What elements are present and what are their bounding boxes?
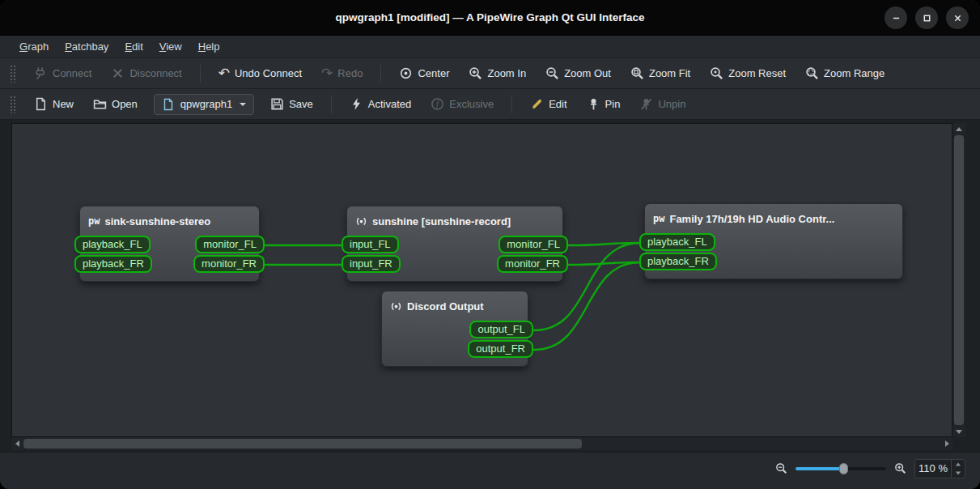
- edit-toggle[interactable]: Edit: [522, 93, 575, 115]
- redo-button[interactable]: ↷ Redo: [313, 63, 371, 84]
- title-bar[interactable]: qpwgraph1 [modified] — A PipeWire Graph …: [0, 0, 980, 36]
- scroll-right-arrow[interactable]: [941, 437, 952, 450]
- toolbar-grip[interactable]: [10, 65, 16, 83]
- toolbar-separator: [511, 96, 512, 113]
- port-output[interactable]: monitor_FR: [497, 255, 568, 273]
- zoom-slider-handle[interactable]: [839, 463, 848, 474]
- scroll-up-arrow[interactable]: [952, 123, 965, 134]
- patch-cable: [569, 262, 640, 265]
- node-title: Family 17h/19h HD Audio Contr...: [669, 213, 834, 225]
- toolbar-grip[interactable]: [10, 96, 16, 113]
- disconnect-icon: [111, 66, 125, 80]
- app-window: qpwgraph1 [modified] — A PipeWire Graph …: [0, 0, 980, 489]
- patchbay-file-icon: [162, 98, 175, 111]
- node-family-hd-audio[interactable]: pw Family 17h/19h HD Audio Contr... play…: [644, 203, 903, 279]
- menu-view[interactable]: View: [151, 37, 190, 56]
- scroll-left-arrow[interactable]: [11, 437, 23, 450]
- menu-edit[interactable]: Edit: [117, 37, 151, 56]
- record-icon: [390, 300, 402, 313]
- pin-button[interactable]: Pin: [579, 93, 629, 115]
- zoom-reset-icon: [710, 66, 723, 80]
- zoom-in-icon: [469, 66, 482, 80]
- maximize-button[interactable]: [915, 6, 938, 29]
- minimize-icon: [892, 14, 901, 23]
- port-input[interactable]: playback_FR: [639, 253, 717, 270]
- close-icon: [953, 14, 962, 23]
- horizontal-scrollbar-handle[interactable]: [23, 439, 582, 449]
- zoom-spin-down-button[interactable]: [952, 469, 965, 478]
- zoom-reset-button[interactable]: Zoom Reset: [702, 62, 794, 84]
- exclusive-toggle[interactable]: Exclusive: [422, 93, 502, 115]
- pin-icon: [587, 97, 600, 111]
- zoom-fit-icon: [630, 66, 644, 80]
- vertical-scrollbar[interactable]: [952, 123, 965, 437]
- scroll-down-arrow[interactable]: [952, 426, 965, 437]
- zoom-spinbox[interactable]: 110 %: [914, 459, 965, 478]
- port-input[interactable]: playback_FR: [74, 255, 152, 273]
- toolbar-separator: [380, 65, 381, 83]
- window-title: qpwgraph1 [modified] — A PipeWire Graph …: [0, 0, 980, 36]
- port-input[interactable]: playback_FL: [74, 236, 151, 253]
- minimize-button[interactable]: [885, 6, 907, 29]
- port-output[interactable]: monitor_FL: [195, 236, 265, 253]
- port-output[interactable]: output_FL: [469, 321, 533, 338]
- menu-help[interactable]: Help: [190, 37, 228, 56]
- close-button[interactable]: [946, 6, 969, 29]
- center-icon: [399, 66, 413, 80]
- zoom-out-icon: [545, 66, 559, 80]
- menu-graph[interactable]: Graph: [11, 37, 57, 56]
- horizontal-scrollbar[interactable]: [11, 437, 952, 450]
- port-output[interactable]: monitor_FR: [193, 255, 265, 273]
- redo-icon: ↷: [321, 67, 333, 80]
- node-title: Discord Output: [407, 300, 484, 313]
- open-button[interactable]: Open: [85, 93, 146, 115]
- status-bar: 110 %: [0, 452, 980, 489]
- pipewire-icon: pw: [653, 213, 664, 224]
- unpin-icon: [639, 97, 653, 111]
- port-output[interactable]: monitor_FL: [498, 236, 568, 253]
- toolbar-separator: [331, 96, 332, 113]
- vertical-scrollbar-handle[interactable]: [954, 135, 964, 425]
- port-input[interactable]: input_FR: [342, 255, 401, 273]
- menu-patchbay[interactable]: Patchbay: [57, 37, 117, 56]
- zoom-in-button[interactable]: Zoom In: [460, 62, 534, 84]
- node-sunshine[interactable]: sunshine [sunshine-record] input_FL moni…: [346, 206, 563, 282]
- toolbar-separator: [200, 65, 201, 83]
- center-button[interactable]: Center: [391, 62, 457, 84]
- graph-canvas[interactable]: pw sink-sunshine-stereo playback_FL moni…: [11, 123, 952, 437]
- zoom-out-button[interactable]: Zoom Out: [537, 62, 619, 84]
- port-input[interactable]: playback_FL: [639, 233, 715, 251]
- zoom-spin-up-button[interactable]: [952, 460, 965, 469]
- zoom-out-icon[interactable]: [775, 462, 787, 474]
- node-title: sunshine [sunshine-record]: [372, 215, 511, 227]
- connect-button[interactable]: Connect: [26, 62, 100, 84]
- pencil-icon: [530, 97, 544, 111]
- unpin-button[interactable]: Unpin: [631, 93, 694, 115]
- patch-cable: [569, 243, 640, 245]
- save-icon: [270, 97, 284, 111]
- new-button[interactable]: New: [26, 93, 82, 115]
- pipewire-icon: pw: [88, 215, 100, 227]
- exclusive-icon: [431, 97, 444, 111]
- menu-bar: Graph Patchbay Edit View Help: [0, 36, 980, 58]
- undo-connect-button[interactable]: ↶ Undo Connect: [210, 63, 310, 84]
- zoom-in-icon[interactable]: [894, 462, 906, 474]
- patchbay-selector[interactable]: qpwgraph1: [154, 94, 254, 115]
- port-input[interactable]: input_FL: [342, 236, 399, 253]
- open-folder-icon: [93, 97, 107, 111]
- disconnect-button[interactable]: Disconnect: [103, 62, 189, 84]
- zoom-slider[interactable]: [795, 462, 886, 475]
- dropdown-arrow-icon: [240, 103, 246, 106]
- undo-icon: ↶: [218, 67, 230, 80]
- activated-toggle[interactable]: Activated: [342, 93, 419, 115]
- zoom-range-button[interactable]: Zoom Range: [797, 62, 893, 84]
- zoom-fit-button[interactable]: Zoom Fit: [622, 62, 698, 84]
- new-file-icon: [34, 97, 48, 111]
- node-discord-output[interactable]: Discord Output output_FL output_FR: [381, 291, 528, 367]
- maximize-icon: [923, 14, 931, 23]
- node-sink-sunshine-stereo[interactable]: pw sink-sunshine-stereo playback_FL moni…: [79, 206, 260, 282]
- graph-view: pw sink-sunshine-stereo playback_FL moni…: [0, 120, 980, 452]
- save-button[interactable]: Save: [262, 93, 321, 115]
- patchbay-toolbar: New Open qpwgraph1 Save Activated Exclus…: [0, 89, 980, 120]
- port-output[interactable]: output_FR: [468, 340, 533, 358]
